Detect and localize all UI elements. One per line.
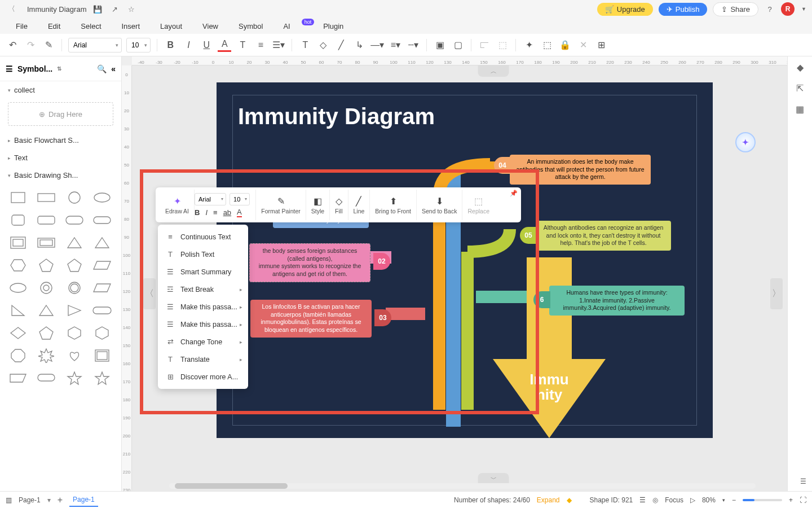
ft-bring-front[interactable]: ⬆Bring to Front xyxy=(370,190,417,220)
shape-para[interactable] xyxy=(91,256,113,274)
pin-icon[interactable]: 📌 xyxy=(510,190,518,197)
diagram-page[interactable]: Immunity Diagram Immu nity xyxy=(217,82,713,438)
shape-circle[interactable] xyxy=(63,189,86,207)
ctx-make-this-passa-[interactable]: ☰Make this passa...▸ xyxy=(158,298,248,316)
menu-symbol[interactable]: Symbol xyxy=(239,22,263,30)
layers-icon[interactable]: ☰ xyxy=(639,496,646,504)
section-basic-drawing[interactable]: Basic Drawing Sh... xyxy=(0,167,121,184)
shape-heart[interactable] xyxy=(63,347,86,365)
shape-diamond[interactable] xyxy=(7,324,29,342)
shape-burst[interactable] xyxy=(35,347,58,365)
font-select[interactable]: Arial xyxy=(68,38,122,52)
ctx-translate[interactable]: TTranslate▸ xyxy=(158,351,248,368)
shape-donut[interactable] xyxy=(35,279,58,297)
shape-roundsq[interactable] xyxy=(7,211,29,229)
highlight-icon[interactable]: T xyxy=(236,38,249,52)
align-icon[interactable]: ≡ xyxy=(254,38,267,52)
prev-slide-icon[interactable]: 〈 xyxy=(143,278,156,309)
align-left-icon[interactable]: ⫍ xyxy=(478,38,491,52)
shape-frame[interactable] xyxy=(7,234,29,252)
ft-size[interactable]: 10 xyxy=(230,193,250,205)
fill-icon[interactable]: ◇ xyxy=(316,38,330,52)
collapse-bottom-icon[interactable]: ﹀ xyxy=(478,473,509,484)
redo-icon[interactable]: ↷ xyxy=(24,38,37,52)
callout-06[interactable]: Humans have three types of immunity: 1.I… xyxy=(549,286,685,316)
ft-replace[interactable]: ⬚Replace xyxy=(462,190,495,220)
page-dropdown-icon[interactable]: ▾ xyxy=(47,496,51,504)
zoom-caret[interactable]: ▾ xyxy=(722,497,725,503)
ft-line[interactable]: ╱Line xyxy=(348,190,370,220)
page-tab-active[interactable]: Page-1 xyxy=(69,493,98,507)
ft-ai[interactable]: ✦ Edraw AI xyxy=(160,190,195,220)
ft-italic-icon[interactable]: I xyxy=(205,208,208,217)
shape-stadium[interactable] xyxy=(91,301,113,319)
group-icon[interactable]: ⬚ xyxy=(496,38,509,52)
help-icon[interactable]: ? xyxy=(764,3,775,15)
shape-pent[interactable] xyxy=(35,256,58,274)
font-color-icon[interactable]: A xyxy=(218,38,231,52)
shape-triangle2[interactable] xyxy=(91,234,113,252)
shape-hex3[interactable] xyxy=(91,324,113,342)
font-size-select[interactable]: 10 xyxy=(126,38,151,52)
search-icon[interactable]: 🔍 xyxy=(97,64,107,73)
line-style-icon[interactable]: ―▾ xyxy=(370,38,384,52)
library-icon[interactable]: ☰ xyxy=(6,64,13,73)
page-layout-icon[interactable]: ▥ xyxy=(6,496,12,504)
section-text[interactable]: Text xyxy=(0,149,121,167)
ctx-smart-summary[interactable]: ☰Smart Summary xyxy=(158,263,248,281)
send-back-icon[interactable]: ▢ xyxy=(451,38,465,52)
shape-tri-up[interactable] xyxy=(35,301,58,319)
undo-icon[interactable]: ↶ xyxy=(6,38,19,52)
underline-icon[interactable]: U xyxy=(200,38,213,52)
export-icon[interactable]: ⇱ xyxy=(796,83,804,94)
menu-plugin[interactable]: Plugin xyxy=(323,22,343,30)
star-icon[interactable]: ☆ xyxy=(126,3,137,15)
menu-file[interactable]: File xyxy=(16,22,28,30)
shape-star2[interactable] xyxy=(91,369,113,387)
collapse-top-icon[interactable]: ︿ xyxy=(478,65,509,77)
avatar[interactable]: R xyxy=(781,2,795,16)
callout-05[interactable]: Although antibodies can recognize an ant… xyxy=(536,221,671,251)
section-flowchart[interactable]: Basic Flowchart S... xyxy=(0,132,121,149)
ft-fill[interactable]: ◇Fill xyxy=(330,190,348,220)
ctx-text-break[interactable]: ☲Text Break▸ xyxy=(158,281,248,298)
avatar-caret[interactable]: ▼ xyxy=(801,6,806,12)
next-slide-icon[interactable]: 〉 xyxy=(770,278,783,309)
settings-icon[interactable]: ☰ xyxy=(800,478,806,485)
shape-rect[interactable] xyxy=(35,189,58,207)
ft-color-icon[interactable]: A xyxy=(237,208,242,217)
focus-label[interactable]: Focus xyxy=(665,496,683,504)
ft-send-back[interactable]: ⬇Send to Back xyxy=(417,190,462,220)
ai-assistant-icon[interactable]: ✦ xyxy=(735,132,756,152)
italic-icon[interactable]: I xyxy=(182,38,195,52)
shape-roundrect[interactable] xyxy=(35,211,58,229)
horizontal-scrollbar[interactable] xyxy=(169,483,756,489)
drag-here[interactable]: ⊕ Drag Here xyxy=(8,102,113,126)
ctx-polish-text[interactable]: TPolish Text xyxy=(158,246,248,263)
menu-layout[interactable]: Layout xyxy=(160,22,182,30)
upgrade-button[interactable]: 🛒 Upgrade xyxy=(597,3,653,16)
shape-oval[interactable] xyxy=(7,279,29,297)
menu-insert[interactable]: Insert xyxy=(122,22,140,30)
line-spacing-icon[interactable]: ☰▾ xyxy=(272,38,285,52)
zoom-value[interactable]: 80% xyxy=(702,496,716,504)
open-external-icon[interactable]: ↗ xyxy=(109,3,120,15)
lock-icon[interactable]: 🔒 xyxy=(558,38,572,52)
ctx-discover-more-a-[interactable]: ⊞Discover more A... xyxy=(158,368,248,386)
magic-icon[interactable]: ✦ xyxy=(522,38,536,52)
zoom-slider[interactable] xyxy=(743,499,782,501)
ctx-continuous-text[interactable]: ≡Continuous Text xyxy=(158,228,248,246)
tools-icon[interactable]: ✕ xyxy=(576,38,590,52)
theme-icon[interactable]: ◆ xyxy=(797,62,804,73)
grid-icon[interactable]: ▦ xyxy=(796,104,804,115)
shape-oct[interactable] xyxy=(7,347,29,365)
callout-02[interactable]: the body senses foreign substances (call… xyxy=(249,243,370,282)
focus-icon[interactable]: ◎ xyxy=(652,496,658,504)
back-icon[interactable]: 〈 xyxy=(6,3,17,15)
bold-icon[interactable]: B xyxy=(164,38,177,52)
shape-frame3[interactable] xyxy=(91,347,113,365)
shape-triangle[interactable] xyxy=(63,234,86,252)
shape-hex[interactable] xyxy=(7,256,29,274)
connector-icon[interactable]: ↳ xyxy=(352,38,366,52)
menu-ai[interactable]: AIhot xyxy=(283,22,303,30)
